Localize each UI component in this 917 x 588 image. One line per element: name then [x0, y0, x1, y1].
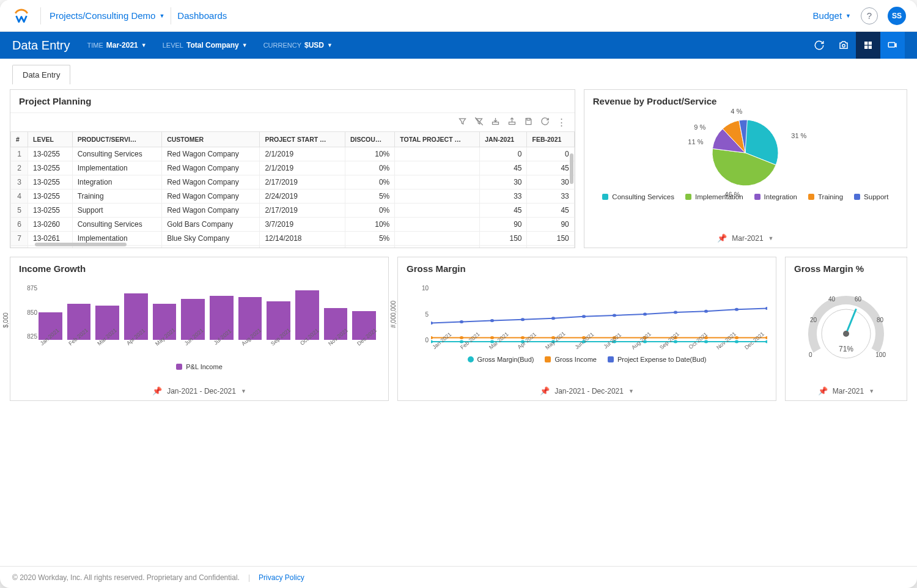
table-header[interactable]: PRODUCT/SERVI… [72, 132, 162, 147]
table-header[interactable]: FEB-2021 [527, 132, 574, 147]
gross-margin-pct-title: Gross Margin % [786, 257, 907, 280]
pin-icon[interactable]: 📌 [717, 233, 727, 243]
caret-down-icon: ▼ [768, 235, 774, 241]
page-title: Data Entry [12, 39, 70, 53]
period-selector[interactable]: Mar-2021 [833, 387, 864, 395]
table-header[interactable]: # [11, 132, 28, 147]
tab-data-entry[interactable]: Data Entry [12, 65, 70, 84]
vertical-scrollbar[interactable] [570, 153, 573, 184]
project-planning-table[interactable]: #LEVELPRODUCT/SERVI…CUSTOMERPROJECT STAR… [10, 131, 575, 248]
table-row[interactable]: 213-0255ImplementationRed Wagon Company2… [11, 161, 575, 175]
svg-point-23 [460, 336, 463, 339]
divider [40, 7, 41, 24]
svg-point-34 [431, 322, 433, 325]
privacy-link[interactable]: Privacy Policy [259, 573, 304, 582]
svg-rect-8 [509, 122, 515, 125]
present-button[interactable] [880, 32, 905, 59]
question-icon: ? [867, 10, 872, 21]
dashboards-link[interactable]: Dashboards [177, 10, 227, 21]
svg-point-19 [704, 340, 708, 344]
project-dropdown-label: Projects/Consulting Demo [50, 10, 155, 21]
caret-down-icon: ▼ [141, 42, 147, 48]
gross-margin-title: Gross Margin [398, 257, 776, 280]
filter-icon[interactable] [458, 117, 467, 128]
svg-point-21 [765, 340, 767, 344]
svg-point-44 [735, 308, 738, 311]
svg-point-37 [521, 318, 525, 321]
legend-item: Gross Margin(Bud) [468, 356, 534, 363]
table-header[interactable]: DISCOU… [345, 132, 394, 147]
legend-item: Support [854, 193, 888, 200]
legend-item: Training [808, 193, 843, 200]
svg-point-10 [431, 340, 433, 344]
gauge-value: 71% [800, 345, 892, 353]
pin-icon[interactable]: 📌 [818, 386, 828, 395]
table-header[interactable]: JAN-2021 [480, 132, 527, 147]
y-axis-label: #,000,000 [390, 301, 397, 328]
svg-point-24 [490, 336, 494, 339]
table-header[interactable]: TOTAL PROJECT … [395, 132, 480, 147]
caret-down-icon: ▼ [242, 42, 248, 48]
table-header[interactable]: LEVEL [28, 132, 73, 147]
grid-view-button[interactable] [856, 32, 880, 59]
svg-point-33 [765, 336, 767, 339]
level-filter[interactable]: LEVEL Total Company ▼ [163, 41, 248, 50]
table-row[interactable]: 513-0255SupportRed Wagon Company2/17/201… [11, 204, 575, 218]
refresh-button[interactable] [807, 32, 831, 59]
period-selector[interactable]: Mar-2021 [732, 234, 763, 243]
import-icon[interactable] [491, 117, 500, 128]
export-icon[interactable] [507, 117, 517, 128]
slice-label: 11 % [688, 138, 703, 145]
revenue-pie-title: Revenue by Product/Service [584, 90, 907, 112]
svg-point-0 [842, 45, 845, 48]
table-row[interactable]: 313-0255IntegrationRed Wagon Company2/17… [11, 175, 575, 189]
svg-point-38 [551, 317, 555, 320]
legend-item: P&L Income [176, 363, 223, 370]
svg-point-42 [674, 311, 677, 314]
svg-point-20 [735, 340, 738, 344]
project-dropdown[interactable]: Projects/Consulting Demo ▼ [50, 10, 164, 21]
pin-icon[interactable]: 📌 [540, 386, 550, 395]
caret-down-icon: ▼ [241, 388, 246, 394]
svg-rect-3 [864, 46, 867, 49]
income-growth-title: Income Growth [10, 257, 388, 280]
slice-label: 46 % [724, 191, 740, 198]
divider [171, 7, 171, 24]
gross-margin-gauge[interactable]: 0 20 40 60 80 100 71% [800, 285, 892, 377]
period-selector[interactable]: Jan-2021 - Dec-2021 [167, 387, 236, 395]
caret-down-icon: ▼ [869, 388, 874, 394]
svg-point-48 [843, 331, 849, 337]
caret-down-icon: ▼ [159, 13, 164, 19]
more-icon[interactable]: ⋮ [557, 117, 566, 128]
legend-item: Consulting Services [602, 193, 674, 200]
svg-point-40 [613, 314, 616, 317]
table-row[interactable]: 413-0255TrainingRed Wagon Company2/24/20… [11, 189, 575, 204]
clear-filter-icon[interactable] [474, 117, 484, 128]
svg-rect-1 [864, 42, 867, 45]
period-selector[interactable]: Jan-2021 - Dec-2021 [554, 387, 624, 395]
user-avatar[interactable]: SS [888, 7, 906, 25]
table-header[interactable]: PROJECT START … [260, 132, 345, 147]
table-row[interactable]: 613-0260Consulting ServicesGold Bars Com… [11, 218, 575, 232]
table-row[interactable]: 113-0255Consulting ServicesRed Wagon Com… [11, 147, 575, 161]
horizontal-scrollbar[interactable] [35, 243, 127, 246]
caret-down-icon: ▼ [845, 13, 851, 19]
caret-down-icon: ▼ [327, 42, 333, 48]
svg-rect-5 [888, 43, 895, 48]
svg-rect-4 [869, 46, 872, 49]
snapshot-button[interactable] [831, 32, 856, 59]
table-header[interactable]: CUSTOMER [162, 132, 260, 147]
svg-point-39 [582, 315, 586, 318]
legend-item: Integration [754, 193, 797, 200]
revenue-pie-chart[interactable]: 31 % 46 % 11 % 9 % 4 % [709, 116, 782, 189]
save-icon[interactable] [524, 117, 533, 128]
copyright-text: © 2020 Workday, Inc. All rights reserved… [12, 573, 240, 582]
refresh-icon[interactable] [540, 117, 550, 128]
budget-label: Budget [813, 10, 842, 21]
time-filter[interactable]: TIME Mar-2021 ▼ [87, 41, 146, 50]
budget-dropdown[interactable]: Budget ▼ [813, 10, 851, 21]
help-button[interactable]: ? [861, 7, 878, 24]
pin-icon[interactable]: 📌 [152, 386, 162, 395]
currency-filter[interactable]: CURRENCY $USD ▼ [263, 41, 333, 50]
workday-logo-icon[interactable] [11, 6, 32, 26]
